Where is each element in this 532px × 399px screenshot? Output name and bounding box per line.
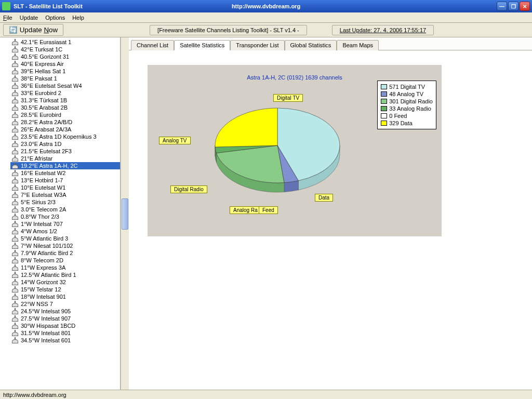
satellite-item[interactable]: 11°W Express 3A [10, 264, 120, 271]
satellite-icon [11, 61, 19, 67]
satellite-label: 7°E Eutelsat W3A [21, 192, 66, 198]
slice-label-digital-radio: Digital Radio [170, 185, 207, 193]
satellite-label: 5°E Sirius 2/3 [21, 199, 56, 205]
satellite-label: 12.5°W Atlantic Bird 1 [21, 272, 76, 278]
satellite-item[interactable]: 22°W NSS 7 [10, 300, 120, 308]
satellite-item[interactable]: 7.9°W Atlantic Bird 2 [10, 249, 120, 257]
satellite-label: 15°W Telstar 12 [21, 286, 61, 292]
satellite-item[interactable]: 8°W Telecom 2D [10, 257, 120, 264]
satellite-label: 39°E Hellas Sat 1 [21, 68, 65, 74]
minimize-button[interactable]: — [497, 2, 507, 11]
satellite-item[interactable]: 1°W Intelsat 707 [10, 220, 120, 228]
satellite-item[interactable]: 23.0°E Astra 1D [10, 140, 120, 148]
legend-row: 0 Feed [381, 112, 433, 119]
satellite-item[interactable]: 0.8°W Thor 2/3 [10, 213, 120, 220]
satellite-item[interactable]: 40°E Express Air [10, 60, 120, 68]
satellite-icon [11, 83, 19, 89]
satellite-item[interactable]: 39°E Hellas Sat 1 [10, 68, 120, 75]
satellite-item[interactable]: 42°E Turksat 1C [10, 46, 120, 53]
satellite-item[interactable]: 7°E Eutelsat W3A [10, 191, 120, 198]
satellite-item[interactable]: 38°E Paksat 1 [10, 75, 120, 82]
satellite-item[interactable]: 14°W Gorizont 32 [10, 278, 120, 286]
satellite-item[interactable]: 36°E Eutelsat Sesat W4 [10, 82, 120, 89]
satellite-item[interactable]: 30.5°E Arabsat 2B [10, 104, 120, 111]
satellite-label: 40.5°E Gorizont 31 [21, 54, 69, 60]
satellite-item[interactable]: 31.3°E Türksat 1B [10, 97, 120, 104]
satellite-item[interactable]: 30°W Hispasat 1BCD [10, 322, 120, 329]
satellite-item[interactable]: 40.5°E Gorizont 31 [10, 53, 120, 60]
maximize-button[interactable]: ❐ [508, 2, 518, 11]
satellite-label: 16°E Eutelsat W2 [21, 170, 65, 176]
satellite-icon [11, 199, 19, 205]
satellite-item[interactable]: 7°W Nilesat 101/102 [10, 242, 120, 249]
satellite-item[interactable]: 27.5°W Intelsat 907 [10, 315, 120, 322]
satellite-label: 30.5°E Arabsat 2B [21, 104, 68, 111]
satellite-item[interactable]: 4°W Amos 1/2 [10, 228, 120, 235]
close-button[interactable]: ✕ [520, 2, 530, 11]
satellite-item[interactable]: 12.5°W Atlantic Bird 1 [10, 271, 120, 278]
tab-channel-list[interactable]: Channel List [131, 40, 174, 50]
chart-area: Astra 1A-H, 2C (0192) 1639 channels 571 … [129, 50, 532, 390]
satellite-label: 24.5°W Intelsat 905 [21, 308, 71, 314]
legend-label: 301 Digital Radio [389, 98, 433, 104]
app-icon [2, 2, 10, 10]
window-title: SLT - Satellite List Toolkit [14, 3, 83, 9]
satellite-label: 34.5°W Intelsat 601 [21, 337, 71, 343]
tab-transponder-list[interactable]: Transponder List [230, 40, 284, 50]
satellite-item[interactable]: 10°E Eutelsat W1 [10, 184, 120, 191]
tab-beam-maps[interactable]: Beam Maps [337, 40, 379, 50]
satellite-label: 30°W Hispasat 1BCD [21, 323, 75, 329]
tab-global-statistics[interactable]: Global Statistics [285, 40, 337, 50]
satellite-icon [11, 90, 19, 96]
slice-label-feed: Feed [259, 206, 278, 214]
satellite-label: 31.3°E Türksat 1B [21, 97, 67, 103]
satellite-icon [11, 206, 19, 212]
satellite-item[interactable]: 34.5°W Intelsat 601 [10, 337, 120, 344]
legend-swatch [381, 99, 387, 104]
slice-label-analog-radio: Analog Ra [230, 206, 261, 214]
menu-file[interactable]: File [3, 15, 12, 21]
legend-row: 329 Data [381, 119, 433, 127]
satellite-label: 27.5°W Intelsat 907 [21, 315, 71, 322]
status-text: http://www.dvbdream.org [3, 392, 66, 398]
menu-options[interactable]: Options [45, 15, 65, 21]
satellite-tree[interactable]: 42.1°E Eurasiasat 142°E Turksat 1C40.5°E… [0, 37, 121, 390]
satellite-icon [11, 170, 19, 176]
satellite-item[interactable]: 13°E Hotbird 1-7 [10, 177, 120, 184]
satellite-icon [11, 126, 19, 132]
satellite-item[interactable]: 26°E Arabsat 2A/3A [10, 126, 120, 133]
satellite-item[interactable]: 3.0°E Telecom 2A [10, 206, 120, 213]
satellite-label: 23.5°E Astra 1D Kopernikus 3 [21, 134, 97, 140]
update-now-button[interactable]: 🔄 Update Now [3, 24, 63, 36]
satellite-label: 3.0°E Telecom 2A [21, 206, 66, 212]
satellite-item[interactable]: 5°E Sirius 2/3 [10, 198, 120, 206]
menu-help[interactable]: Help [72, 15, 84, 21]
satellite-item[interactable]: 19.2°E Astra 1A-H, 2C [10, 162, 120, 169]
satellite-item[interactable]: 24.5°W Intelsat 905 [10, 308, 120, 315]
last-update-box[interactable]: Last Update: 27. 4. 2006 17:55:17 [332, 25, 434, 35]
scrollbar-thumb[interactable] [122, 198, 128, 230]
satellite-item[interactable]: 21°E Afristar [10, 155, 120, 162]
tab-satellite-statistics[interactable]: Satellite Statistics [174, 40, 230, 50]
satellite-item[interactable]: 33°E Eurobird 2 [10, 89, 120, 97]
legend: 571 Digital TV48 Analog TV301 Digital Ra… [377, 81, 436, 129]
satellite-item[interactable]: 15°W Telstar 12 [10, 286, 120, 293]
satellite-item[interactable]: 28.2°E Astra 2A/B/D [10, 118, 120, 126]
satellite-item[interactable]: 5°W Atlantic Bird 3 [10, 235, 120, 242]
satellite-item[interactable]: 42.1°E Eurasiasat 1 [10, 38, 120, 46]
satellite-label: 7°W Nilesat 101/102 [21, 243, 73, 249]
chart-title: Astra 1A-H, 2C (0192) 1639 channels [148, 74, 442, 81]
satellite-item[interactable]: 31.5°W Intelsat 801 [10, 329, 120, 337]
satellite-icon [11, 264, 19, 271]
menu-update[interactable]: Update [20, 15, 38, 21]
satellite-item[interactable]: 21.5°E Eutelsat 2F3 [10, 148, 120, 155]
satellite-item[interactable]: 28.5°E Eurobird [10, 111, 120, 118]
slice-label-digital-tv: Digital TV [273, 94, 303, 102]
satellite-item[interactable]: 23.5°E Astra 1D Kopernikus 3 [10, 133, 120, 140]
splitter-scrollbar[interactable] [121, 37, 129, 390]
satellite-label: 23.0°E Astra 1D [21, 141, 61, 147]
legend-row: 48 Analog TV [381, 90, 433, 98]
satellite-item[interactable]: 16°E Eutelsat W2 [10, 169, 120, 177]
satellite-label: 1°W Intelsat 707 [21, 221, 63, 227]
satellite-item[interactable]: 18°W Intelsat 901 [10, 293, 120, 300]
